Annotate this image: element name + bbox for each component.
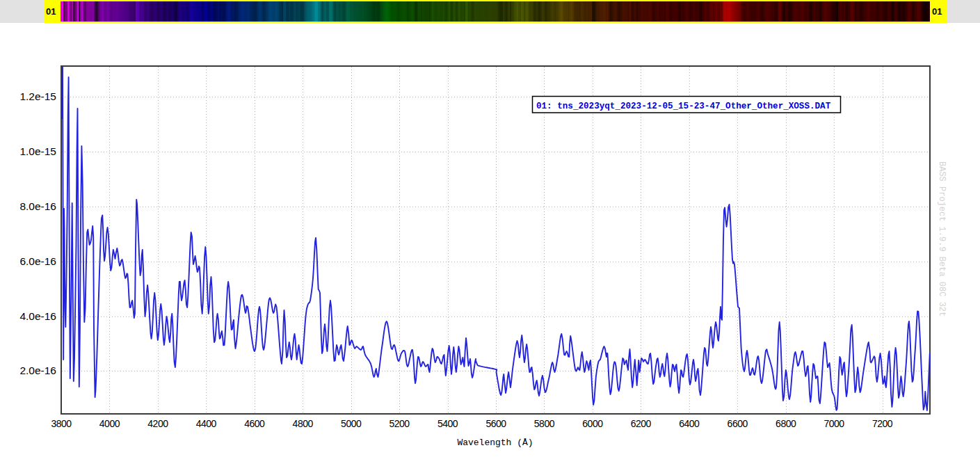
svg-text:7200: 7200 — [872, 418, 893, 429]
svg-text:5600: 5600 — [485, 418, 506, 429]
svg-text:6200: 6200 — [631, 418, 652, 429]
svg-text:6400: 6400 — [679, 418, 700, 429]
svg-text:1.0e-15: 1.0e-15 — [19, 145, 56, 157]
svg-text:4600: 4600 — [244, 418, 265, 429]
svg-text:4000: 4000 — [99, 418, 120, 429]
svg-text:7000: 7000 — [824, 418, 845, 429]
svg-text:6800: 6800 — [776, 418, 796, 429]
svg-text:01: 01 — [46, 6, 56, 17]
svg-text:5400: 5400 — [437, 418, 458, 429]
svg-text:4400: 4400 — [196, 418, 217, 429]
svg-text:6.0e-16: 6.0e-16 — [19, 255, 56, 267]
svg-text:01: 01 — [932, 6, 942, 17]
svg-text:1.2e-15: 1.2e-15 — [19, 90, 56, 102]
svg-text:6000: 6000 — [582, 418, 603, 429]
svg-text:2.0e-16: 2.0e-16 — [19, 364, 56, 376]
svg-text:3800: 3800 — [51, 418, 72, 429]
svg-text:BASS Project 1.9.9 Beta 08C 32: BASS Project 1.9.9 Beta 08C 32t — [937, 161, 947, 316]
svg-text:Wavelength (Å): Wavelength (Å) — [457, 438, 533, 448]
svg-text:4800: 4800 — [293, 418, 314, 429]
svg-text:01: tns_2023yqt_2023-12-05_15: 01: tns_2023yqt_2023-12-05_15-23-47_Othe… — [536, 102, 831, 111]
svg-text:6600: 6600 — [728, 418, 748, 429]
svg-text:4.0e-16: 4.0e-16 — [19, 310, 56, 322]
svg-text:5000: 5000 — [341, 418, 362, 429]
svg-text:4200: 4200 — [147, 418, 168, 429]
svg-text:5200: 5200 — [389, 418, 410, 429]
svg-text:8.0e-16: 8.0e-16 — [19, 200, 56, 212]
svg-text:5800: 5800 — [534, 418, 555, 429]
